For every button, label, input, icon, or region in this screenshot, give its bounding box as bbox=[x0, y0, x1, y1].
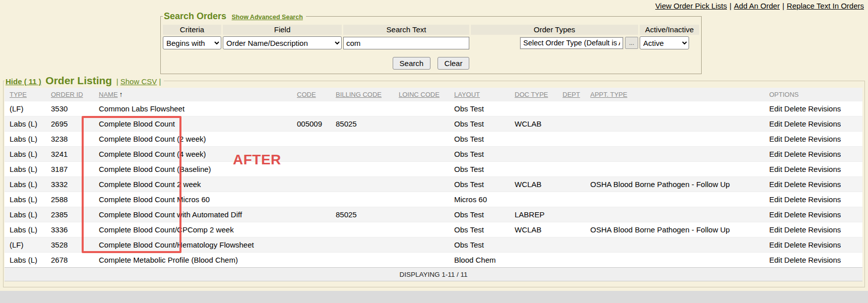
show-advanced-search-link[interactable]: Show Advanced Search bbox=[232, 14, 303, 21]
order-type-picker-button[interactable]: ... bbox=[625, 37, 638, 49]
edit-link[interactable]: Edit bbox=[769, 256, 782, 264]
cell-dept bbox=[557, 147, 585, 162]
criteria-select[interactable]: Begins with bbox=[163, 36, 221, 49]
column-label[interactable]: ORDER ID bbox=[51, 91, 83, 98]
show-csv-wrap: | Show CSV | bbox=[116, 77, 161, 86]
column-label[interactable]: DOC TYPE bbox=[515, 91, 548, 98]
column-header-dept[interactable]: DEPT bbox=[557, 88, 585, 101]
edit-link[interactable]: Edit bbox=[769, 210, 782, 219]
cell-name: Complete Blood Count Micros 60 bbox=[94, 192, 292, 207]
column-label[interactable]: BILLING CODE bbox=[336, 91, 382, 98]
column-header-layout[interactable]: LAYOUT bbox=[449, 88, 510, 101]
revisions-link[interactable]: Revisions bbox=[808, 195, 841, 204]
revisions-link[interactable]: Revisions bbox=[808, 104, 841, 113]
delete-link[interactable]: Delete bbox=[784, 256, 806, 264]
edit-link[interactable]: Edit bbox=[769, 135, 782, 143]
order-listing-panel: Hide ( 11 ) Order Listing | Show CSV | T… bbox=[3, 75, 865, 287]
cell-dept bbox=[557, 253, 585, 268]
column-label[interactable]: LOINC CODE bbox=[399, 91, 440, 98]
delete-link[interactable]: Delete bbox=[784, 195, 806, 204]
revisions-link[interactable]: Revisions bbox=[808, 256, 841, 264]
field-select[interactable]: Order Name/Description bbox=[223, 36, 342, 49]
revisions-link[interactable]: Revisions bbox=[808, 180, 841, 189]
delete-link[interactable]: Delete bbox=[784, 240, 806, 249]
delete-link[interactable]: Delete bbox=[784, 180, 806, 189]
column-header-billing-code[interactable]: BILLING CODE bbox=[331, 88, 394, 101]
show-csv-link[interactable]: Show CSV bbox=[120, 77, 157, 86]
revisions-link[interactable]: Revisions bbox=[808, 119, 841, 128]
order-listing-title: Order Listing bbox=[45, 75, 112, 86]
delete-link[interactable]: Delete bbox=[784, 165, 806, 173]
edit-link[interactable]: Edit bbox=[769, 119, 782, 128]
cell-code bbox=[292, 207, 331, 222]
delete-link[interactable]: Delete bbox=[784, 104, 806, 113]
edit-link[interactable]: Edit bbox=[769, 165, 782, 173]
delete-link[interactable]: Delete bbox=[784, 210, 806, 219]
delete-link[interactable]: Delete bbox=[784, 119, 806, 128]
search-text-input[interactable] bbox=[343, 37, 469, 49]
column-label[interactable]: LAYOUT bbox=[454, 91, 480, 98]
revisions-link[interactable]: Revisions bbox=[808, 135, 841, 143]
clear-button[interactable]: Clear bbox=[438, 57, 470, 70]
column-header-loinc-code[interactable]: LOINC CODE bbox=[394, 88, 449, 101]
edit-link[interactable]: Edit bbox=[769, 150, 782, 158]
edit-link[interactable]: Edit bbox=[769, 195, 782, 204]
hide-count-link[interactable]: Hide ( 11 ) bbox=[6, 77, 41, 86]
cell-name: Complete Blood Count/Hematology Flowshee… bbox=[94, 237, 292, 253]
edit-link[interactable]: Edit bbox=[769, 104, 782, 113]
cell-appt-type bbox=[585, 253, 764, 268]
cell-code bbox=[292, 222, 331, 237]
revisions-link[interactable]: Revisions bbox=[808, 225, 841, 234]
cell-order-id: 2588 bbox=[46, 192, 94, 207]
criteria-column-header: Criteria bbox=[163, 25, 221, 35]
delete-link[interactable]: Delete bbox=[784, 150, 806, 158]
view-order-pick-lists-link[interactable]: View Order Pick Lists bbox=[655, 2, 727, 10]
cell-code bbox=[292, 192, 331, 207]
search-button[interactable]: Search bbox=[393, 57, 431, 70]
delete-link[interactable]: Delete bbox=[784, 225, 806, 234]
bottom-scroll-band bbox=[0, 291, 868, 303]
cell-appt-type bbox=[585, 192, 764, 207]
column-label[interactable]: CODE bbox=[297, 91, 316, 98]
replace-text-in-orders-link[interactable]: Replace Text In Orders bbox=[787, 2, 864, 10]
orders-table-body: (LF)3530Common Labs FlowsheetObs TestEdi… bbox=[5, 101, 862, 268]
cell-name: Complete Blood Count (4 week) bbox=[94, 147, 292, 162]
cell-appt-type bbox=[585, 116, 764, 132]
delete-link[interactable]: Delete bbox=[784, 135, 806, 143]
table-row: Labs (L)2695Complete Blood Count00500985… bbox=[5, 116, 862, 132]
cell-layout: Obs Test bbox=[449, 116, 510, 132]
cell-layout: Obs Test bbox=[449, 147, 510, 162]
cell-name: Complete Blood Count (Baseline) bbox=[94, 162, 292, 177]
edit-link[interactable]: Edit bbox=[769, 180, 782, 189]
table-row: Labs (L)3187Complete Blood Count (Baseli… bbox=[5, 162, 862, 177]
column-header-code[interactable]: CODE bbox=[292, 88, 331, 101]
cell-type: Labs (L) bbox=[5, 207, 46, 222]
column-header-appt-type[interactable]: APPT. TYPE bbox=[585, 88, 764, 101]
column-header-doc-type[interactable]: DOC TYPE bbox=[510, 88, 557, 101]
add-an-order-link[interactable]: Add An Order bbox=[734, 2, 780, 10]
revisions-link[interactable]: Revisions bbox=[808, 210, 841, 219]
cell-options: EditDeleteRevisions bbox=[764, 253, 862, 268]
revisions-link[interactable]: Revisions bbox=[808, 165, 841, 173]
column-header-type[interactable]: TYPE bbox=[5, 88, 46, 101]
column-header-name[interactable]: NAME↑ bbox=[94, 88, 292, 101]
cell-loinc-code bbox=[394, 207, 449, 222]
column-label[interactable]: NAME bbox=[99, 91, 118, 98]
column-header-order-id[interactable]: ORDER ID bbox=[46, 88, 94, 101]
search-buttons-row: Search Clear bbox=[163, 57, 699, 70]
column-label[interactable]: APPT. TYPE bbox=[590, 91, 627, 98]
cell-loinc-code bbox=[394, 253, 449, 268]
cell-appt-type bbox=[585, 237, 764, 253]
cell-dept bbox=[557, 237, 585, 253]
link-separator: | bbox=[729, 2, 731, 10]
active-inactive-select[interactable]: Active bbox=[640, 36, 689, 49]
edit-link[interactable]: Edit bbox=[769, 240, 782, 249]
column-label[interactable]: TYPE bbox=[10, 91, 27, 98]
order-type-input[interactable] bbox=[520, 37, 623, 49]
cell-billing-code bbox=[331, 177, 394, 192]
revisions-link[interactable]: Revisions bbox=[808, 240, 841, 249]
column-label[interactable]: DEPT bbox=[563, 91, 580, 98]
edit-link[interactable]: Edit bbox=[769, 225, 782, 234]
revisions-link[interactable]: Revisions bbox=[808, 150, 841, 158]
field-column-header: Field bbox=[223, 25, 342, 35]
